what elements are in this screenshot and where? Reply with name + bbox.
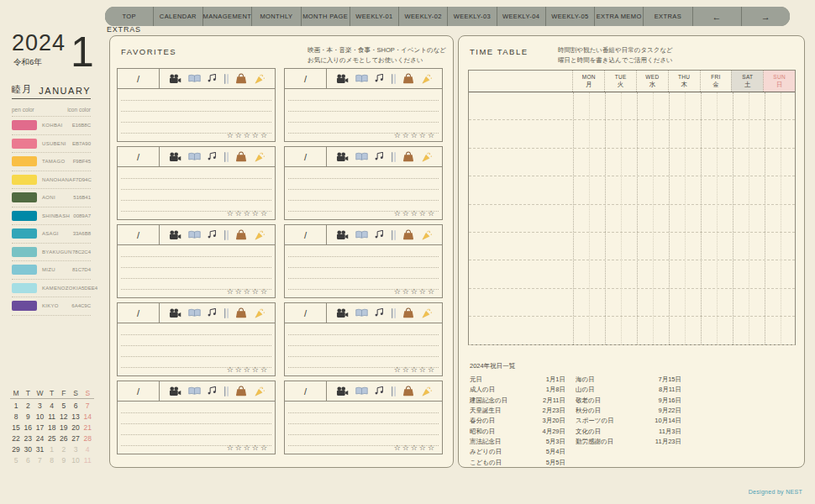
memo-line[interactable] xyxy=(288,345,439,346)
favorite-date-field[interactable]: / xyxy=(118,303,160,323)
party-popper-icon[interactable] xyxy=(254,74,266,84)
open-book-icon[interactable] xyxy=(355,152,368,161)
musical-notes-icon[interactable] xyxy=(374,230,385,239)
tab-weekly-01[interactable]: WEEKLY-01 xyxy=(350,7,399,26)
movie-camera-icon[interactable] xyxy=(336,74,349,84)
open-book-icon[interactable] xyxy=(188,308,201,318)
star-rating[interactable]: ☆☆☆☆☆ xyxy=(227,131,269,139)
party-popper-icon[interactable] xyxy=(421,230,433,240)
timetable-row[interactable] xyxy=(469,317,795,344)
party-popper-icon[interactable] xyxy=(421,308,433,318)
memo-line[interactable] xyxy=(121,200,271,201)
memo-line[interactable] xyxy=(121,256,271,257)
memo-line[interactable] xyxy=(288,412,439,413)
fork-and-knife-icon[interactable] xyxy=(223,152,229,162)
party-popper-icon[interactable] xyxy=(254,230,266,240)
handbag-icon[interactable] xyxy=(402,73,414,84)
memo-line[interactable] xyxy=(288,423,439,424)
timetable-corner-cell[interactable] xyxy=(469,71,572,92)
memo-line[interactable] xyxy=(121,334,271,335)
fork-and-knife-icon[interactable] xyxy=(391,74,397,84)
fork-and-knife-icon[interactable] xyxy=(223,308,229,318)
memo-line[interactable] xyxy=(288,356,439,357)
fork-and-knife-icon[interactable] xyxy=(391,152,397,162)
handbag-icon[interactable] xyxy=(235,386,247,396)
star-rating[interactable]: ☆☆☆☆☆ xyxy=(394,131,436,139)
movie-camera-icon[interactable] xyxy=(336,230,349,240)
tab-weekly-02[interactable]: WEEKLY-02 xyxy=(399,7,448,26)
favorite-date-field[interactable]: / xyxy=(118,69,160,88)
memo-line[interactable] xyxy=(121,267,271,268)
tab-extras[interactable]: EXTRAS xyxy=(644,7,692,26)
handbag-icon[interactable] xyxy=(402,229,414,240)
open-book-icon[interactable] xyxy=(355,386,368,396)
party-popper-icon[interactable] xyxy=(254,308,266,318)
fork-and-knife-icon[interactable] xyxy=(391,308,397,318)
open-book-icon[interactable] xyxy=(188,230,201,239)
musical-notes-icon[interactable] xyxy=(374,152,385,161)
musical-notes-icon[interactable] xyxy=(374,74,385,83)
timetable-row[interactable] xyxy=(469,233,795,260)
timetable-row[interactable] xyxy=(469,92,795,120)
party-popper-icon[interactable] xyxy=(254,386,266,396)
memo-line[interactable] xyxy=(121,434,271,435)
tab-management[interactable]: MANAGEMENT xyxy=(203,7,253,26)
open-book-icon[interactable] xyxy=(188,152,201,161)
prev-sheet-arrow-button[interactable]: ← xyxy=(693,7,742,26)
star-rating[interactable]: ☆☆☆☆☆ xyxy=(227,287,269,296)
memo-line[interactable] xyxy=(121,278,271,279)
memo-line[interactable] xyxy=(288,256,439,257)
party-popper-icon[interactable] xyxy=(421,74,433,84)
memo-line[interactable] xyxy=(121,412,271,413)
memo-line[interactable] xyxy=(288,178,439,179)
musical-notes-icon[interactable] xyxy=(374,308,385,318)
musical-notes-icon[interactable] xyxy=(207,308,218,318)
memo-line[interactable] xyxy=(121,100,271,101)
favorite-date-field[interactable]: / xyxy=(118,147,160,166)
star-rating[interactable]: ☆☆☆☆☆ xyxy=(394,209,436,218)
favorite-date-field[interactable]: / xyxy=(285,147,327,166)
movie-camera-icon[interactable] xyxy=(169,230,181,240)
fork-and-knife-icon[interactable] xyxy=(223,74,229,84)
musical-notes-icon[interactable] xyxy=(207,74,218,83)
memo-line[interactable] xyxy=(288,278,439,279)
movie-camera-icon[interactable] xyxy=(336,386,349,396)
memo-line[interactable] xyxy=(288,111,439,112)
musical-notes-icon[interactable] xyxy=(207,230,218,239)
timetable-row[interactable] xyxy=(469,289,795,317)
memo-line[interactable] xyxy=(121,356,271,357)
movie-camera-icon[interactable] xyxy=(169,386,181,396)
handbag-icon[interactable] xyxy=(235,151,247,162)
memo-line[interactable] xyxy=(121,345,271,346)
timetable-row[interactable] xyxy=(469,120,795,148)
movie-camera-icon[interactable] xyxy=(169,152,181,162)
memo-line[interactable] xyxy=(288,434,439,435)
tab-extra-memo[interactable]: EXTRA MEMO xyxy=(595,7,644,26)
memo-line[interactable] xyxy=(288,122,439,123)
fork-and-knife-icon[interactable] xyxy=(223,230,229,240)
fork-and-knife-icon[interactable] xyxy=(223,386,229,396)
timetable-row[interactable] xyxy=(469,205,795,233)
movie-camera-icon[interactable] xyxy=(169,74,181,84)
fork-and-knife-icon[interactable] xyxy=(391,386,397,396)
memo-line[interactable] xyxy=(121,178,271,179)
tab-weekly-05[interactable]: WEEKLY-05 xyxy=(546,7,595,26)
favorite-date-field[interactable]: / xyxy=(285,303,327,323)
memo-line[interactable] xyxy=(121,111,271,112)
musical-notes-icon[interactable] xyxy=(207,386,218,396)
movie-camera-icon[interactable] xyxy=(336,152,349,162)
open-book-icon[interactable] xyxy=(355,308,368,318)
tab-weekly-03[interactable]: WEEKLY-03 xyxy=(448,7,497,26)
memo-line[interactable] xyxy=(288,200,439,201)
open-book-icon[interactable] xyxy=(188,386,201,396)
handbag-icon[interactable] xyxy=(402,151,414,162)
movie-camera-icon[interactable] xyxy=(169,308,181,318)
tab-top[interactable]: TOP xyxy=(105,7,154,26)
star-rating[interactable]: ☆☆☆☆☆ xyxy=(227,365,269,374)
handbag-icon[interactable] xyxy=(235,307,247,318)
musical-notes-icon[interactable] xyxy=(374,386,385,396)
open-book-icon[interactable] xyxy=(355,230,368,239)
memo-line[interactable] xyxy=(121,122,271,123)
star-rating[interactable]: ☆☆☆☆☆ xyxy=(394,365,436,374)
favorite-date-field[interactable]: / xyxy=(285,381,327,401)
